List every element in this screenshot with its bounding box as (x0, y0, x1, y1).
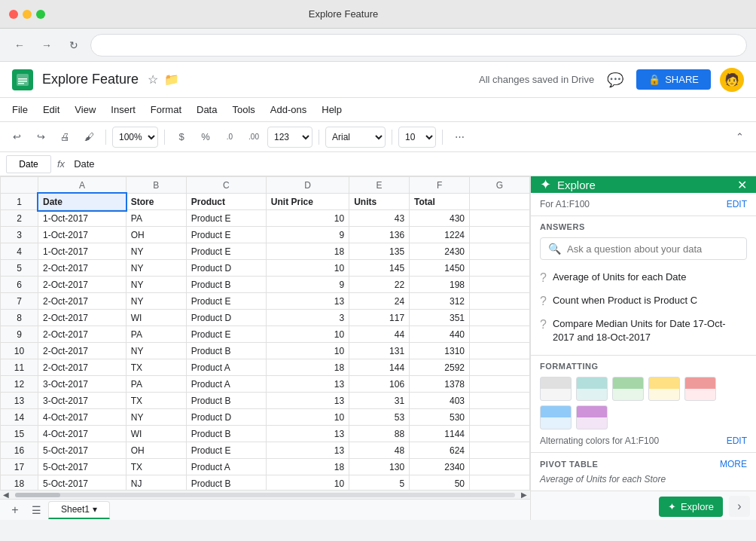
cell-a12[interactable]: 3-Oct-2017 (38, 376, 127, 393)
cell-e15[interactable]: 88 (349, 426, 410, 442)
formula-input[interactable] (71, 155, 750, 173)
menu-file[interactable]: File (6, 101, 34, 118)
row-number-12[interactable]: 12 (1, 376, 38, 393)
cell-a10[interactable]: 2-Oct-2017 (38, 343, 127, 359)
cell-b6[interactable]: NY (126, 277, 186, 293)
cell-d3[interactable]: 9 (266, 227, 349, 243)
cell-e10[interactable]: 131 (349, 343, 410, 359)
forward-button[interactable]: → (36, 35, 57, 56)
row-number-9[interactable]: 9 (1, 326, 38, 343)
cell-e6[interactable]: 22 (349, 277, 410, 293)
cell-b3[interactable]: OH (126, 227, 186, 243)
add-sheet-button[interactable]: + (6, 501, 24, 519)
row-number-8[interactable]: 8 (1, 310, 38, 326)
chat-icon-button[interactable]: 💬 (603, 68, 627, 92)
cell-reference-input[interactable] (6, 155, 51, 173)
search-input[interactable] (567, 243, 739, 255)
row-number-1[interactable]: 1 (1, 194, 38, 210)
menu-help[interactable]: Help (316, 101, 348, 118)
redo-button[interactable]: ↪ (30, 127, 51, 148)
cell-b9[interactable]: PA (126, 326, 186, 343)
cell-g18[interactable] (470, 475, 530, 491)
cell-d2[interactable]: 10 (266, 210, 349, 227)
format-edit-link[interactable]: EDIT (727, 436, 747, 446)
sheets-menu-button[interactable]: ☰ (27, 501, 45, 519)
cell-f15[interactable]: 1144 (410, 426, 470, 442)
format-swatch-1[interactable] (540, 377, 572, 401)
cell-c1[interactable]: Product (186, 194, 266, 210)
font-size-select[interactable]: 10 (398, 127, 436, 148)
col-header-f[interactable]: F (410, 177, 470, 194)
row-number-11[interactable]: 11 (1, 359, 38, 376)
cell-d16[interactable]: 13 (266, 442, 349, 459)
row-number-13[interactable]: 13 (1, 393, 38, 409)
cell-d7[interactable]: 13 (266, 293, 349, 310)
cell-e14[interactable]: 53 (349, 409, 410, 426)
row-number-15[interactable]: 15 (1, 426, 38, 442)
row-number-17[interactable]: 17 (1, 459, 38, 475)
cell-d4[interactable]: 18 (266, 243, 349, 260)
cell-e9[interactable]: 44 (349, 326, 410, 343)
cell-c4[interactable]: Product E (186, 243, 266, 260)
col-header-d[interactable]: D (266, 177, 349, 194)
cell-g1[interactable] (470, 194, 530, 210)
format-select[interactable]: 123 (267, 127, 312, 148)
decimal-increase-button[interactable]: .00 (243, 127, 264, 148)
scroll-thumb[interactable] (15, 493, 60, 497)
row-number-4[interactable]: 4 (1, 243, 38, 260)
row-number-7[interactable]: 7 (1, 293, 38, 310)
scroll-track[interactable] (15, 493, 515, 497)
cell-c18[interactable]: Product B (186, 475, 266, 491)
cell-a3[interactable]: 1-Oct-2017 (38, 227, 127, 243)
scroll-right-arrow[interactable]: ▶ (521, 491, 527, 499)
cell-b18[interactable]: NJ (126, 475, 186, 491)
cell-e11[interactable]: 144 (349, 359, 410, 376)
cell-b8[interactable]: WI (126, 310, 186, 326)
cell-f11[interactable]: 2592 (410, 359, 470, 376)
menu-data[interactable]: Data (191, 101, 223, 118)
font-select[interactable]: Arial (325, 127, 386, 148)
cell-b15[interactable]: WI (126, 426, 186, 442)
cell-e7[interactable]: 24 (349, 293, 410, 310)
col-header-g[interactable]: G (470, 177, 530, 194)
back-button[interactable]: ← (9, 35, 30, 56)
cell-e18[interactable]: 5 (349, 475, 410, 491)
decimal-decrease-button[interactable]: .0 (219, 127, 240, 148)
cell-f1[interactable]: Total (410, 194, 470, 210)
avatar[interactable]: 🧑 (720, 68, 744, 92)
menu-addons[interactable]: Add-ons (264, 101, 312, 118)
cell-e17[interactable]: 130 (349, 459, 410, 475)
cell-g4[interactable] (470, 243, 530, 260)
pivot-more-link[interactable]: MORE (720, 459, 747, 469)
cell-a16[interactable]: 5-Oct-2017 (38, 442, 127, 459)
cell-g9[interactable] (470, 326, 530, 343)
cell-g8[interactable] (470, 310, 530, 326)
zoom-select[interactable]: 100% (112, 127, 158, 148)
menu-edit[interactable]: Edit (37, 101, 66, 118)
cell-g11[interactable] (470, 359, 530, 376)
cell-a11[interactable]: 2-Oct-2017 (38, 359, 127, 376)
cell-c6[interactable]: Product B (186, 277, 266, 293)
cell-e2[interactable]: 43 (349, 210, 410, 227)
scroll-left-arrow[interactable]: ◀ (3, 491, 9, 499)
menu-tools[interactable]: Tools (226, 101, 261, 118)
row-number-14[interactable]: 14 (1, 409, 38, 426)
folder-icon[interactable]: 📁 (164, 72, 179, 87)
cell-f12[interactable]: 1378 (410, 376, 470, 393)
cell-f6[interactable]: 198 (410, 277, 470, 293)
sheet-tab-sheet1[interactable]: Sheet1 ▾ (48, 501, 110, 519)
cell-f2[interactable]: 430 (410, 210, 470, 227)
star-icon[interactable]: ☆ (148, 72, 158, 87)
cell-a7[interactable]: 2-Oct-2017 (38, 293, 127, 310)
cell-b12[interactable]: PA (126, 376, 186, 393)
answer-item-2[interactable]: ? Count when Product is Product C (540, 289, 747, 313)
cell-d6[interactable]: 9 (266, 277, 349, 293)
cell-b2[interactable]: PA (126, 210, 186, 227)
cell-e1[interactable]: Units (349, 194, 410, 210)
cell-f14[interactable]: 530 (410, 409, 470, 426)
cell-d13[interactable]: 13 (266, 393, 349, 409)
cell-c10[interactable]: Product B (186, 343, 266, 359)
cell-c2[interactable]: Product E (186, 210, 266, 227)
cell-d12[interactable]: 13 (266, 376, 349, 393)
cell-f10[interactable]: 1310 (410, 343, 470, 359)
